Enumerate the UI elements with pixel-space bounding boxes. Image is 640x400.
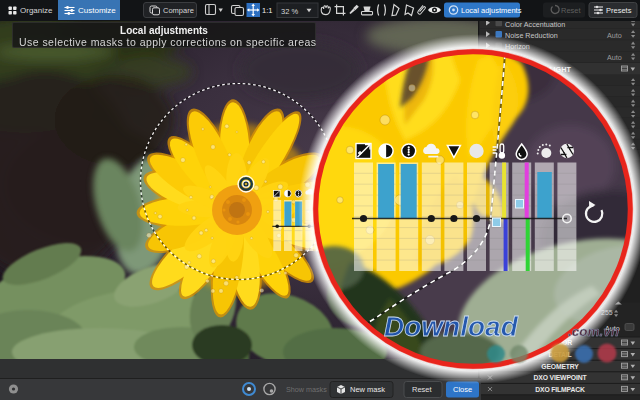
svg-text:.com.vn: .com.vn [568,324,619,339]
svg-text:Download: Download [384,311,519,342]
